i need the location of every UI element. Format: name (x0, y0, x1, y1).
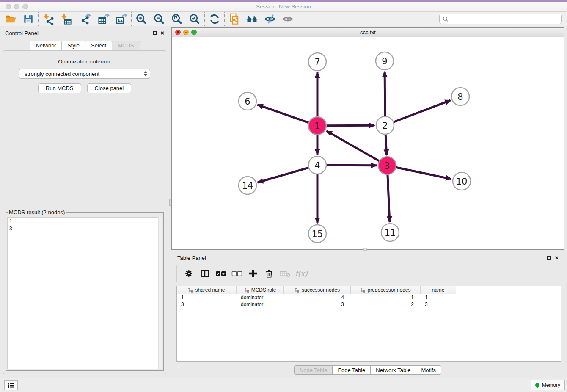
export-network-button[interactable] (77, 12, 95, 26)
float-panel-button[interactable] (153, 31, 157, 35)
deselect-all-button[interactable] (229, 266, 245, 281)
network-graph[interactable]: 7968124314101511 (172, 37, 564, 249)
zoom-out-icon (153, 13, 165, 25)
network-window-title: scc.txt (172, 29, 564, 36)
column-header-shared-name[interactable]: shared name (177, 286, 237, 294)
save-icon (23, 14, 34, 25)
graph-node-label-9: 9 (382, 56, 387, 66)
criterion-value: strongly connected component (25, 71, 99, 77)
column-header-mcds-role[interactable]: MCDS role (237, 286, 284, 294)
network-window-titlebar[interactable]: scc.txt ✕ − + (172, 28, 564, 37)
export-table-icon (98, 13, 110, 25)
import-table-icon (60, 13, 72, 25)
graph-edge-1-2[interactable] (326, 125, 374, 126)
run-mcds-button[interactable]: Run MCDS (38, 83, 81, 93)
graph-edge-4-3[interactable] (326, 165, 377, 166)
birds-eye-view-button[interactable] (279, 12, 297, 26)
network-minimize-button[interactable]: − (183, 30, 189, 35)
import-table-button[interactable] (57, 12, 75, 26)
cell-mcds-role[interactable]: dominator (237, 294, 284, 301)
column-header-predecessor-nodes[interactable]: predecessor nodes (351, 286, 421, 294)
function-builder-button[interactable]: f(x) (293, 266, 309, 281)
tab-network-table[interactable]: Network Table (370, 365, 416, 375)
cell-name[interactable]: 1 (421, 294, 456, 301)
graph-node-label-2: 2 (382, 121, 388, 131)
delete-row-button[interactable] (261, 266, 277, 281)
cell-mcds-role[interactable]: dominator (237, 301, 284, 308)
select-all-button[interactable] (213, 266, 229, 281)
close-panel-button[interactable]: × (160, 31, 164, 35)
export-image-button[interactable] (113, 12, 130, 26)
home-button[interactable] (243, 12, 261, 26)
result-scrollbar[interactable] (158, 217, 162, 369)
tab-node-table[interactable]: Node Table (294, 365, 333, 375)
zoom-in-button[interactable] (132, 12, 150, 26)
show-panels-menu-button[interactable] (4, 380, 18, 390)
optimization-criterion-label: Optimization criterion: (3, 58, 166, 65)
apply-layout-button[interactable] (206, 12, 223, 26)
cell-shared-name[interactable]: 3 (177, 301, 237, 308)
toggle-graphics-details-button[interactable] (261, 12, 279, 26)
tab-style[interactable]: Style (61, 41, 85, 51)
graph-edge-1-6[interactable] (258, 105, 309, 123)
cell-name[interactable]: 3 (421, 301, 456, 308)
graph-edge-2-9[interactable] (385, 72, 385, 116)
select-all-icon (215, 269, 226, 278)
main-titlebar: Session: New Session (0, 2, 567, 12)
cell-successor-nodes[interactable]: 3 (284, 301, 351, 308)
column-header-successor-nodes[interactable]: successor nodes (284, 286, 351, 294)
network-close-button[interactable]: ✕ (175, 30, 181, 35)
tab-mcds[interactable]: MCDS (112, 41, 140, 51)
cell-shared-name[interactable]: 1 (177, 294, 237, 301)
criterion-dropdown[interactable]: strongly connected component (19, 69, 150, 79)
memory-button[interactable]: Memory (531, 380, 565, 390)
zoom-out-button[interactable] (150, 12, 168, 26)
graph-edge-2-8[interactable] (394, 100, 451, 122)
duplicate-network-button[interactable] (226, 12, 243, 26)
zoom-selected-button[interactable] (186, 12, 204, 26)
delete-table-button[interactable] (277, 266, 293, 281)
save-session-button[interactable] (19, 12, 37, 26)
tab-select[interactable]: Select (85, 41, 112, 51)
graph-edge-2-3[interactable] (385, 134, 387, 155)
column-header-name[interactable]: name (421, 286, 456, 294)
tab-edge-table[interactable]: Edge Table (332, 365, 371, 375)
column-visibility-button[interactable] (197, 266, 213, 281)
graph-edge-3-1[interactable] (327, 131, 380, 161)
graph-edge-3-11[interactable] (388, 174, 390, 222)
control-panel-title: Control Panel (5, 30, 39, 36)
table-row[interactable]: 3 dominator 3 2 3 (177, 301, 561, 308)
cell-successor-nodes[interactable]: 4 (284, 294, 351, 301)
window-controls[interactable] (6, 4, 28, 9)
cell-predecessor-nodes[interactable]: 1 (351, 294, 421, 301)
zoom-window-button[interactable] (22, 4, 28, 9)
list-icon (7, 382, 15, 388)
mcds-result-text[interactable]: 1 3 (7, 217, 162, 369)
graph-edge-4-14[interactable] (258, 168, 309, 182)
memory-status-icon (535, 383, 539, 388)
deselect-all-icon (231, 269, 242, 278)
cell-predecessor-nodes[interactable]: 2 (351, 301, 421, 308)
table-row[interactable]: 1 dominator 4 1 1 (177, 294, 561, 301)
toolbar-separator (76, 12, 76, 26)
minimize-window-button[interactable] (14, 4, 19, 9)
zoom-fit-icon (171, 13, 183, 25)
table-settings-button[interactable] (181, 266, 197, 281)
open-file-button[interactable] (2, 12, 19, 26)
search-input[interactable] (449, 15, 561, 23)
tab-motifs[interactable]: Motifs (416, 365, 441, 375)
add-row-button[interactable] (245, 266, 261, 281)
graph-edge-3-10[interactable] (396, 167, 451, 179)
export-table-button[interactable] (95, 12, 113, 26)
toolbar-separator (38, 12, 39, 26)
search-box[interactable] (439, 14, 562, 24)
close-window-button[interactable] (6, 4, 11, 9)
zoom-fit-button[interactable] (168, 12, 186, 26)
tab-network[interactable]: Network (30, 41, 62, 51)
network-maximize-button[interactable]: + (191, 30, 197, 35)
import-network-button[interactable] (39, 12, 57, 26)
close-panel-button-mcds[interactable]: Close panel (87, 83, 132, 93)
float-table-panel-button[interactable] (547, 256, 551, 260)
network-splitter-handle[interactable] (363, 248, 367, 251)
close-table-panel-button[interactable]: × (555, 256, 559, 260)
